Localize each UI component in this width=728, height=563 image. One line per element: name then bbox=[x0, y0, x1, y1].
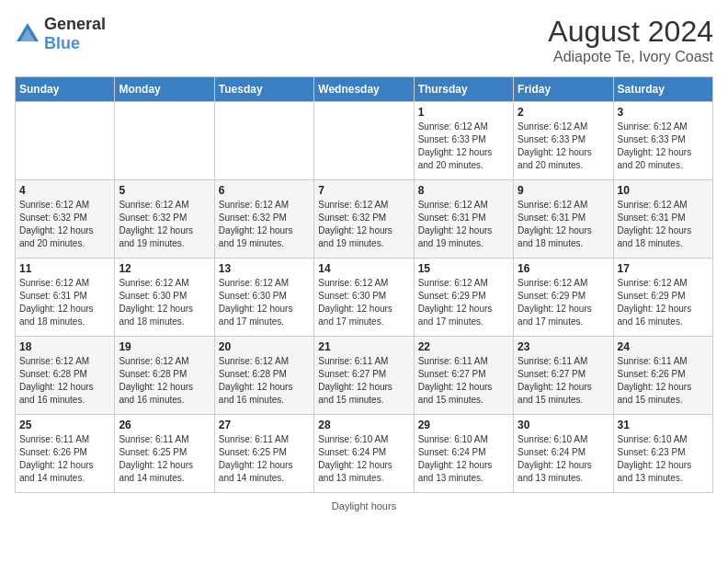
day-info: Sunrise: 6:12 AM Sunset: 6:30 PM Dayligh… bbox=[318, 277, 409, 328]
calendar-cell: 20Sunrise: 6:12 AM Sunset: 6:28 PM Dayli… bbox=[214, 337, 313, 415]
calendar-cell: 5Sunrise: 6:12 AM Sunset: 6:32 PM Daylig… bbox=[115, 180, 214, 259]
calendar-cell: 14Sunrise: 6:12 AM Sunset: 6:30 PM Dayli… bbox=[314, 259, 414, 337]
day-info: Sunrise: 6:12 AM Sunset: 6:29 PM Dayligh… bbox=[618, 277, 709, 328]
calendar-cell: 15Sunrise: 6:12 AM Sunset: 6:29 PM Dayli… bbox=[414, 259, 513, 337]
day-number: 29 bbox=[418, 419, 509, 431]
day-of-week-header: Saturday bbox=[613, 77, 712, 102]
calendar-cell: 19Sunrise: 6:12 AM Sunset: 6:28 PM Dayli… bbox=[115, 337, 214, 415]
day-number: 25 bbox=[19, 419, 110, 431]
calendar-cell: 21Sunrise: 6:11 AM Sunset: 6:27 PM Dayli… bbox=[314, 337, 414, 415]
calendar-cell bbox=[115, 102, 214, 180]
calendar-cell: 8Sunrise: 6:12 AM Sunset: 6:31 PM Daylig… bbox=[414, 180, 513, 259]
calendar-cell bbox=[314, 102, 414, 180]
header-row: SundayMondayTuesdayWednesdayThursdayFrid… bbox=[16, 77, 713, 102]
day-number: 2 bbox=[518, 106, 609, 119]
day-info: Sunrise: 6:12 AM Sunset: 6:28 PM Dayligh… bbox=[119, 355, 210, 407]
day-info: Sunrise: 6:12 AM Sunset: 6:33 PM Dayligh… bbox=[518, 121, 609, 172]
day-number: 3 bbox=[618, 106, 709, 119]
calendar-cell: 3Sunrise: 6:12 AM Sunset: 6:33 PM Daylig… bbox=[613, 102, 712, 180]
calendar-cell: 24Sunrise: 6:11 AM Sunset: 6:26 PM Dayli… bbox=[613, 337, 712, 415]
day-info: Sunrise: 6:12 AM Sunset: 6:32 PM Dayligh… bbox=[119, 199, 210, 250]
day-info: Sunrise: 6:11 AM Sunset: 6:27 PM Dayligh… bbox=[418, 355, 509, 407]
calendar-cell: 17Sunrise: 6:12 AM Sunset: 6:29 PM Dayli… bbox=[613, 259, 712, 337]
day-number: 11 bbox=[19, 262, 110, 275]
day-info: Sunrise: 6:10 AM Sunset: 6:24 PM Dayligh… bbox=[518, 433, 609, 485]
day-info: Sunrise: 6:12 AM Sunset: 6:29 PM Dayligh… bbox=[518, 277, 609, 328]
calendar-cell: 9Sunrise: 6:12 AM Sunset: 6:31 PM Daylig… bbox=[514, 180, 613, 259]
logo-icon bbox=[15, 21, 40, 47]
day-info: Sunrise: 6:12 AM Sunset: 6:30 PM Dayligh… bbox=[119, 277, 210, 328]
footer-note: Daylight hours bbox=[15, 500, 713, 511]
calendar-cell bbox=[214, 102, 313, 180]
subtitle: Adiapote Te, Ivory Coast bbox=[548, 49, 713, 65]
calendar-body: 1Sunrise: 6:12 AM Sunset: 6:33 PM Daylig… bbox=[16, 102, 713, 493]
day-number: 18 bbox=[19, 340, 110, 353]
calendar-cell: 29Sunrise: 6:10 AM Sunset: 6:24 PM Dayli… bbox=[414, 415, 513, 493]
day-info: Sunrise: 6:12 AM Sunset: 6:30 PM Dayligh… bbox=[219, 277, 310, 328]
day-info: Sunrise: 6:10 AM Sunset: 6:24 PM Dayligh… bbox=[418, 433, 509, 485]
calendar-cell: 22Sunrise: 6:11 AM Sunset: 6:27 PM Dayli… bbox=[414, 337, 513, 415]
day-number: 24 bbox=[618, 340, 709, 353]
day-number: 23 bbox=[518, 340, 609, 353]
day-info: Sunrise: 6:12 AM Sunset: 6:31 PM Dayligh… bbox=[618, 199, 709, 250]
day-of-week-header: Monday bbox=[115, 77, 214, 102]
day-info: Sunrise: 6:11 AM Sunset: 6:26 PM Dayligh… bbox=[19, 433, 110, 485]
day-info: Sunrise: 6:12 AM Sunset: 6:28 PM Dayligh… bbox=[219, 355, 310, 407]
day-of-week-header: Wednesday bbox=[314, 77, 414, 102]
day-number: 19 bbox=[119, 340, 210, 353]
calendar-cell: 27Sunrise: 6:11 AM Sunset: 6:25 PM Dayli… bbox=[214, 415, 313, 493]
day-number: 14 bbox=[318, 262, 409, 275]
day-info: Sunrise: 6:12 AM Sunset: 6:32 PM Dayligh… bbox=[219, 199, 310, 250]
day-info: Sunrise: 6:10 AM Sunset: 6:23 PM Dayligh… bbox=[618, 433, 709, 485]
day-number: 22 bbox=[418, 340, 509, 353]
day-number: 28 bbox=[318, 419, 409, 431]
day-info: Sunrise: 6:11 AM Sunset: 6:27 PM Dayligh… bbox=[318, 355, 409, 407]
day-number: 21 bbox=[318, 340, 409, 353]
calendar-cell: 25Sunrise: 6:11 AM Sunset: 6:26 PM Dayli… bbox=[16, 415, 115, 493]
calendar-cell: 26Sunrise: 6:11 AM Sunset: 6:25 PM Dayli… bbox=[115, 415, 214, 493]
day-number: 27 bbox=[219, 419, 310, 431]
day-info: Sunrise: 6:12 AM Sunset: 6:32 PM Dayligh… bbox=[318, 199, 409, 250]
calendar-header: SundayMondayTuesdayWednesdayThursdayFrid… bbox=[16, 77, 713, 102]
day-number: 9 bbox=[518, 184, 609, 197]
calendar-cell: 7Sunrise: 6:12 AM Sunset: 6:32 PM Daylig… bbox=[314, 180, 414, 259]
main-title: August 2024 bbox=[548, 15, 713, 49]
day-info: Sunrise: 6:12 AM Sunset: 6:32 PM Dayligh… bbox=[19, 199, 110, 250]
day-info: Sunrise: 6:12 AM Sunset: 6:33 PM Dayligh… bbox=[618, 121, 709, 172]
day-number: 13 bbox=[219, 262, 310, 275]
calendar-week-row: 25Sunrise: 6:11 AM Sunset: 6:26 PM Dayli… bbox=[16, 415, 713, 493]
day-number: 20 bbox=[219, 340, 310, 353]
calendar-cell: 13Sunrise: 6:12 AM Sunset: 6:30 PM Dayli… bbox=[214, 259, 313, 337]
calendar-cell: 6Sunrise: 6:12 AM Sunset: 6:32 PM Daylig… bbox=[214, 180, 313, 259]
day-info: Sunrise: 6:12 AM Sunset: 6:31 PM Dayligh… bbox=[418, 199, 509, 250]
calendar-cell: 16Sunrise: 6:12 AM Sunset: 6:29 PM Dayli… bbox=[514, 259, 613, 337]
calendar-cell: 23Sunrise: 6:11 AM Sunset: 6:27 PM Dayli… bbox=[514, 337, 613, 415]
calendar-table: SundayMondayTuesdayWednesdayThursdayFrid… bbox=[15, 76, 713, 493]
day-info: Sunrise: 6:12 AM Sunset: 6:31 PM Dayligh… bbox=[19, 277, 110, 328]
day-number: 26 bbox=[119, 419, 210, 431]
calendar-cell: 4Sunrise: 6:12 AM Sunset: 6:32 PM Daylig… bbox=[16, 180, 115, 259]
day-of-week-header: Friday bbox=[514, 77, 613, 102]
day-number: 7 bbox=[318, 184, 409, 197]
day-info: Sunrise: 6:10 AM Sunset: 6:24 PM Dayligh… bbox=[318, 433, 409, 485]
day-info: Sunrise: 6:11 AM Sunset: 6:25 PM Dayligh… bbox=[219, 433, 310, 485]
day-number: 12 bbox=[119, 262, 210, 275]
title-block: August 2024 Adiapote Te, Ivory Coast bbox=[548, 15, 713, 65]
day-of-week-header: Thursday bbox=[414, 77, 513, 102]
page-header: General Blue August 2024 Adiapote Te, Iv… bbox=[15, 15, 713, 65]
day-info: Sunrise: 6:12 AM Sunset: 6:28 PM Dayligh… bbox=[19, 355, 110, 407]
day-info: Sunrise: 6:11 AM Sunset: 6:27 PM Dayligh… bbox=[518, 355, 609, 407]
logo-general: General bbox=[44, 15, 106, 33]
calendar-cell: 18Sunrise: 6:12 AM Sunset: 6:28 PM Dayli… bbox=[16, 337, 115, 415]
day-of-week-header: Sunday bbox=[16, 77, 115, 102]
logo: General Blue bbox=[15, 15, 106, 53]
day-info: Sunrise: 6:12 AM Sunset: 6:31 PM Dayligh… bbox=[518, 199, 609, 250]
calendar-week-row: 1Sunrise: 6:12 AM Sunset: 6:33 PM Daylig… bbox=[16, 102, 713, 180]
logo-blue: Blue bbox=[44, 34, 80, 52]
calendar-week-row: 4Sunrise: 6:12 AM Sunset: 6:32 PM Daylig… bbox=[16, 180, 713, 259]
day-info: Sunrise: 6:12 AM Sunset: 6:33 PM Dayligh… bbox=[418, 121, 509, 172]
day-number: 16 bbox=[518, 262, 609, 275]
day-info: Sunrise: 6:11 AM Sunset: 6:25 PM Dayligh… bbox=[119, 433, 210, 485]
day-of-week-header: Tuesday bbox=[214, 77, 313, 102]
calendar-cell: 28Sunrise: 6:10 AM Sunset: 6:24 PM Dayli… bbox=[314, 415, 414, 493]
